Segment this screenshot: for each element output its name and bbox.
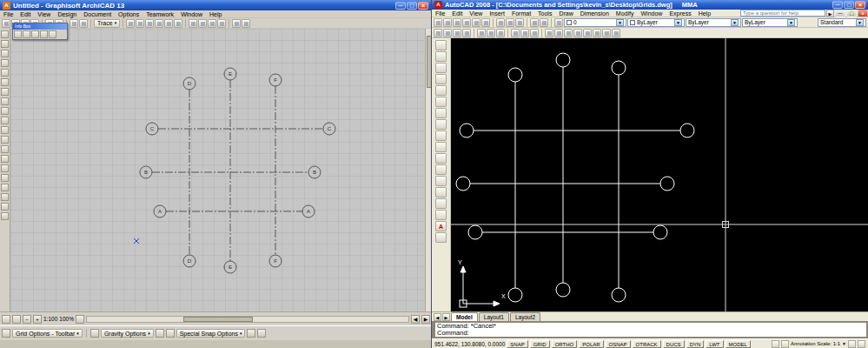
toolbox-icon[interactable] (1, 107, 9, 115)
infobox-tool-icon[interactable] (40, 30, 48, 38)
snap-icon[interactable] (156, 329, 164, 338)
tab-layout2[interactable]: Layout2 (510, 312, 540, 321)
archicad-titlebar[interactable]: A Untitled - Graphisoft ArchiCAD 13 ─ □ … (0, 0, 431, 10)
otrack-toggle[interactable]: OTRACK (633, 340, 661, 348)
style-combo[interactable]: Standard ▼ (818, 18, 866, 27)
menu-edit[interactable]: Edit (448, 10, 466, 17)
menu-file[interactable]: File (432, 10, 448, 17)
infobox-tool-icon[interactable] (31, 30, 39, 38)
point-icon[interactable] (435, 176, 447, 186)
table-icon[interactable] (435, 210, 447, 220)
toolbox-icon[interactable] (1, 203, 9, 211)
chevron-down-icon[interactable]: ▼ (731, 19, 739, 26)
model-toggle[interactable]: MODEL (726, 340, 751, 348)
chevron-down-icon[interactable]: ▼ (674, 19, 682, 26)
command-prompt-line[interactable]: Command: (437, 330, 865, 337)
preview-icon[interactable] (472, 18, 480, 27)
open-icon[interactable] (443, 18, 452, 27)
wall-tool-icon[interactable] (126, 19, 135, 28)
menu-window[interactable]: Window (177, 10, 206, 17)
designcenter-icon[interactable] (487, 29, 495, 37)
rotate-view-icon[interactable] (76, 315, 84, 324)
pan-icon[interactable] (2, 315, 10, 324)
toolbox-icon[interactable] (1, 126, 9, 134)
grid-toggle[interactable]: GRID (530, 340, 550, 348)
make-block-icon[interactable] (435, 164, 447, 175)
insert-block-icon[interactable] (435, 153, 447, 164)
ellipse-icon[interactable] (435, 142, 447, 152)
close-icon[interactable]: × (855, 1, 865, 9)
close-icon[interactable]: × (418, 2, 428, 10)
menu-insert[interactable]: Insert (486, 10, 508, 17)
toolbox-icon[interactable] (1, 212, 9, 220)
search-input[interactable] (740, 10, 825, 17)
infobox-tool-icon[interactable] (14, 30, 22, 38)
toolbox-icon[interactable] (1, 40, 9, 48)
menu-window[interactable]: Window (637, 10, 666, 17)
info-box-palette[interactable]: Info Box (12, 23, 68, 40)
window-tool-icon[interactable] (145, 19, 154, 28)
toolbox-icon[interactable] (1, 117, 9, 124)
tab-model[interactable]: Model (451, 312, 478, 321)
maximize-icon[interactable]: □ (407, 2, 417, 10)
autoscale-icon[interactable] (781, 340, 789, 348)
gravity-options-dropdown[interactable]: Gravity Options ▾ (101, 329, 154, 338)
match-properties-icon[interactable] (545, 29, 553, 37)
layers-icon[interactable] (232, 19, 241, 28)
settings-icon[interactable] (242, 19, 250, 28)
slab-tool-icon[interactable] (174, 19, 182, 28)
annotation-visibility-icon[interactable] (772, 340, 779, 348)
fill-tool-icon[interactable] (208, 19, 216, 28)
dyn-toggle[interactable]: DYN (686, 340, 705, 348)
scale-display[interactable]: 1:100 (43, 316, 57, 322)
toolbox-icon[interactable] (1, 78, 9, 86)
color-combo[interactable]: ByLayer ▼ (627, 18, 685, 27)
snap-toggle[interactable]: SNAP (507, 340, 527, 348)
infobox-tool-icon[interactable] (49, 30, 56, 38)
infobox-tool-icon[interactable] (23, 30, 30, 38)
column-tool-icon[interactable] (155, 19, 163, 28)
toolbox-icon[interactable] (1, 59, 9, 67)
zoom-in-icon[interactable]: + (33, 315, 42, 324)
scroll-right-icon[interactable]: ▶ (421, 315, 430, 324)
redo-icon[interactable] (540, 18, 548, 27)
circle-icon[interactable] (435, 108, 447, 118)
maximize-icon[interactable]: □ (844, 1, 854, 9)
menu-teamwork[interactable]: Teamwork (142, 10, 177, 17)
horizontal-scrollbar[interactable] (86, 316, 409, 323)
save-icon[interactable] (453, 18, 461, 27)
mtext-icon[interactable] (593, 29, 601, 37)
toolbox-icon[interactable] (1, 155, 9, 163)
linetype-combo[interactable]: ByLayer ▼ (686, 18, 741, 27)
table-icon[interactable] (583, 29, 592, 37)
publish-icon[interactable] (481, 18, 490, 27)
chevron-down-icon[interactable]: ▼ (842, 342, 846, 346)
tab-layout1[interactable]: Layout1 (479, 312, 509, 321)
zoom-previous-icon[interactable] (462, 29, 471, 37)
hatch-icon[interactable] (435, 187, 447, 197)
menu-format[interactable]: Format (508, 10, 534, 17)
chevron-down-icon[interactable]: ▼ (616, 19, 624, 26)
menu-view[interactable]: View (466, 10, 486, 17)
toolbox-icon[interactable] (1, 88, 9, 96)
menu-express[interactable]: Express (666, 10, 694, 17)
toolpalettes-icon[interactable] (496, 29, 505, 37)
menu-dimension[interactable]: Dimension (577, 10, 613, 17)
doc-minimize-icon[interactable]: ─ (835, 10, 845, 17)
rectangle-icon[interactable] (435, 85, 447, 96)
block-editor-icon[interactable] (554, 29, 563, 37)
construction-line-icon[interactable] (435, 51, 447, 62)
vertical-scrollbar[interactable] (425, 29, 432, 311)
door-tool-icon[interactable] (136, 19, 144, 28)
cursor-icon[interactable] (2, 329, 10, 338)
line-icon[interactable] (435, 40, 447, 50)
annotation-scale-label[interactable]: Annotation Scale: 1:1 (791, 341, 840, 346)
polar-toggle[interactable]: POLAR (579, 340, 603, 348)
toolbox-icon[interactable] (1, 136, 9, 144)
plot-icon[interactable] (462, 18, 471, 27)
toolbox-icon[interactable] (1, 69, 9, 77)
cut-icon[interactable] (496, 18, 505, 27)
text-tool-icon[interactable]: A (435, 221, 447, 231)
fit-in-window-icon[interactable] (12, 315, 21, 324)
gradient-icon[interactable] (573, 29, 582, 37)
